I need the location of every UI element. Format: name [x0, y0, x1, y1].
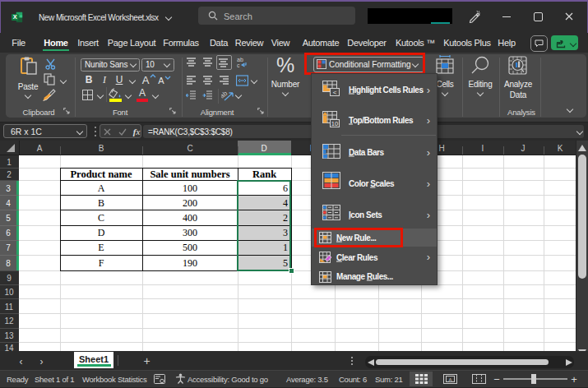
svg-text:A: A	[448, 377, 451, 382]
svg-text:<: <	[333, 89, 337, 96]
svg-text:ab: ab	[237, 57, 243, 62]
svg-text:ab: ab	[221, 90, 229, 100]
svg-text:X: X	[13, 13, 17, 21]
svg-text:c: c	[237, 62, 240, 68]
svg-text:10: 10	[331, 120, 338, 127]
